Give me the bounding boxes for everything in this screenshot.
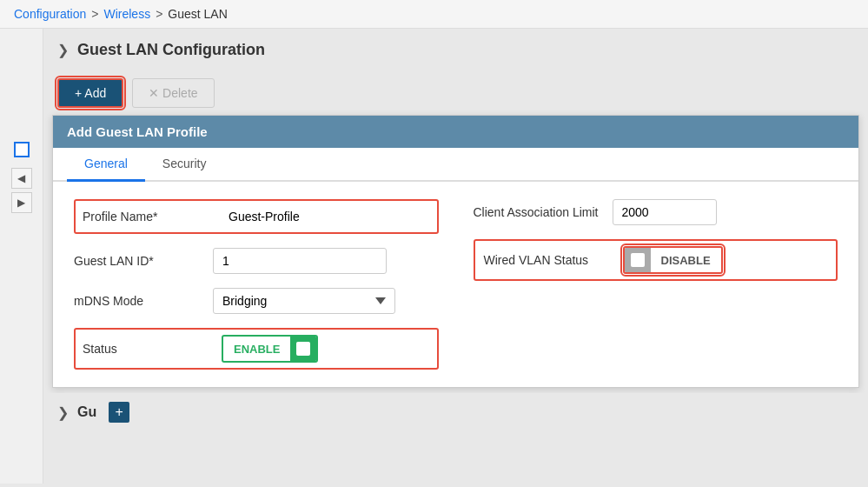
- section-header[interactable]: ❯ Guest LAN Configuration: [43, 29, 868, 71]
- content-area: ❯ Guest LAN Configuration + Add ✕ Delete…: [43, 29, 868, 484]
- breadcrumb-sep1: >: [91, 7, 98, 21]
- status-row: Status ENABLE: [74, 328, 439, 370]
- bottom-section: ❯ Gu +: [43, 393, 868, 431]
- client-assoc-label: Client Association Limit: [474, 205, 604, 219]
- panel-header: Add Guest LAN Profile: [53, 116, 858, 148]
- status-toggle[interactable]: ENABLE: [222, 335, 318, 363]
- bottom-add-button[interactable]: +: [109, 402, 129, 423]
- mdns-mode-row: mDNS Mode Bridging Filtering Disabled: [74, 288, 439, 314]
- add-guest-lan-panel: Add Guest LAN Profile General Security: [52, 115, 859, 388]
- toolbar: + Add ✕ Delete: [43, 71, 868, 115]
- delete-button[interactable]: ✕ Delete: [132, 78, 214, 108]
- toggle-knob: [296, 342, 310, 356]
- client-assoc-row: Client Association Limit: [474, 199, 838, 225]
- section-title: Guest LAN Configuration: [77, 41, 265, 59]
- bottom-arrow-icon: ❯: [57, 404, 69, 421]
- wired-vlan-label: Wired VLAN Status: [484, 253, 614, 267]
- status-label: Status: [83, 342, 213, 356]
- guest-lan-id-row: Guest LAN ID*: [74, 248, 439, 274]
- wired-vlan-row: Wired VLAN Status DISABLE: [474, 239, 838, 281]
- client-assoc-input[interactable]: [613, 199, 717, 225]
- breadcrumb-wireless[interactable]: Wireless: [103, 7, 150, 21]
- wired-vlan-toggle[interactable]: DISABLE: [623, 246, 723, 274]
- wired-vlan-toggle-knob: [631, 253, 645, 267]
- panel-body: General Security Profile Name*: [53, 148, 858, 387]
- panel-title: Add Guest LAN Profile: [67, 124, 208, 139]
- tab-general[interactable]: General: [67, 148, 145, 182]
- profile-name-label: Profile Name*: [83, 210, 213, 223]
- bottom-section-header[interactable]: ❯ Gu +: [43, 393, 868, 431]
- guest-lan-id-input[interactable]: [213, 248, 387, 274]
- status-toggle-switch[interactable]: [290, 337, 316, 361]
- status-enable-label: ENABLE: [223, 338, 290, 360]
- breadcrumb-sep2: >: [156, 7, 162, 21]
- sidebar-checkbox[interactable]: [14, 142, 30, 157]
- pagination: ◀ ▶: [4, 168, 39, 213]
- tabs-container: General Security: [53, 148, 858, 182]
- mdns-mode-label: mDNS Mode: [74, 294, 204, 308]
- section-arrow-icon: ❯: [57, 42, 69, 58]
- mdns-mode-select[interactable]: Bridging Filtering Disabled: [213, 288, 395, 314]
- wired-vlan-toggle-switch[interactable]: [625, 248, 651, 272]
- breadcrumb-configuration[interactable]: Configuration: [14, 7, 86, 21]
- page-prev[interactable]: ◀: [11, 168, 32, 189]
- profile-name-input[interactable]: [222, 206, 378, 227]
- guest-lan-id-label: Guest LAN ID*: [74, 254, 204, 268]
- breadcrumb-current: Guest LAN: [168, 7, 227, 21]
- sidebar: ◀ ▶: [0, 29, 43, 484]
- wired-vlan-disable-label: DISABLE: [651, 250, 721, 271]
- breadcrumb: Configuration > Wireless > Guest LAN: [0, 0, 868, 29]
- page-next[interactable]: ▶: [11, 192, 32, 213]
- profile-name-row: Profile Name*: [74, 199, 439, 234]
- tab-security[interactable]: Security: [145, 148, 224, 182]
- form-area: Profile Name* Guest LAN ID* mDNS Mode: [53, 182, 858, 387]
- bottom-section-title: Gu: [77, 404, 96, 420]
- add-button[interactable]: + Add: [57, 78, 123, 108]
- form-grid: Profile Name* Guest LAN ID* mDNS Mode: [74, 199, 838, 370]
